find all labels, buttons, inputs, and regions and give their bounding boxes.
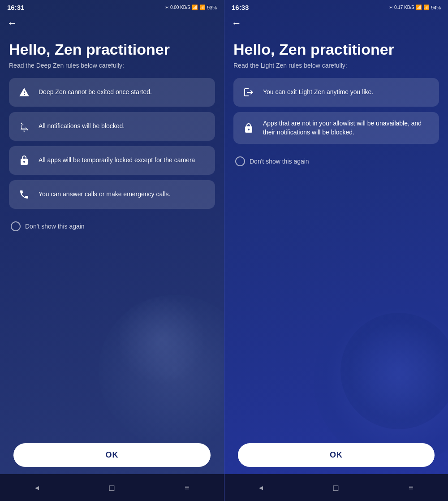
rule-text-1: Deep Zen cannot be exited once started. bbox=[39, 88, 152, 97]
recents-nav-icon-left[interactable]: ≡ bbox=[185, 483, 190, 492]
bell-off-icon bbox=[17, 119, 31, 134]
status-bar-right: 16:33 ∗ 0.17 KB/S 📶 📶 94% bbox=[224, 0, 448, 13]
back-nav-icon-right[interactable]: ◂ bbox=[259, 483, 263, 492]
subtitle-right: Read the Light Zen rules below carefully… bbox=[233, 62, 439, 69]
rule-text-2: All notifications will be blocked. bbox=[39, 122, 125, 131]
rule-card-3: All apps will be temporarily locked exce… bbox=[9, 146, 215, 175]
ok-button-area-right: OK bbox=[224, 443, 448, 474]
rule-card-4: You can answer calls or make emergency c… bbox=[9, 180, 215, 209]
rule-text-3: All apps will be temporarily locked exce… bbox=[39, 156, 195, 165]
data-speed-left: 0.00 KB/S bbox=[170, 5, 190, 10]
home-nav-icon-left[interactable]: ◻ bbox=[108, 483, 115, 492]
checkbox-left[interactable] bbox=[11, 221, 21, 231]
dont-show-label-right: Don't show this again bbox=[250, 158, 309, 165]
recents-nav-icon-right[interactable]: ≡ bbox=[409, 483, 414, 492]
rule-card-r2: Apps that are not in your allowlist will… bbox=[233, 112, 439, 144]
data-speed-right: 0.17 KB/S bbox=[394, 5, 414, 10]
light-zen-screen: 16:33 ∗ 0.17 KB/S 📶 📶 94% ← Hello, Zen p… bbox=[224, 0, 448, 501]
dont-show-row-left[interactable]: Don't show this again bbox=[9, 214, 215, 238]
lock-icon-right bbox=[241, 121, 256, 135]
rule-card-1: Deep Zen cannot be exited once started. bbox=[9, 78, 215, 107]
status-icons-left: ∗ 0.00 KB/S 📶 📶 93% bbox=[165, 4, 217, 10]
rule-card-2: All notifications will be blocked. bbox=[9, 112, 215, 141]
back-button-right[interactable]: ← bbox=[224, 13, 448, 32]
bottom-nav-right: ◂ ◻ ≡ bbox=[224, 474, 448, 501]
dont-show-row-right[interactable]: Don't show this again bbox=[233, 149, 439, 173]
exit-icon bbox=[241, 85, 256, 99]
main-content-right: Hello, Zen practitioner Read the Light Z… bbox=[224, 32, 448, 242]
warning-icon bbox=[17, 85, 31, 99]
signal-icon-left: 📶 bbox=[199, 4, 206, 10]
status-time-right: 16:33 bbox=[232, 4, 249, 11]
status-icons-right: ∗ 0.17 KB/S 📶 📶 94% bbox=[389, 4, 441, 10]
back-button-left[interactable]: ← bbox=[0, 13, 224, 32]
status-time-left: 16:31 bbox=[7, 4, 24, 11]
bottom-nav-left: ◂ ◻ ≡ bbox=[0, 474, 224, 501]
checkbox-right[interactable] bbox=[235, 156, 245, 166]
ok-button-right[interactable]: OK bbox=[238, 443, 435, 467]
main-content-left: Hello, Zen practitioner Read the Deep Ze… bbox=[0, 32, 224, 242]
wifi-icon-right: 📶 bbox=[416, 4, 422, 10]
status-bar-left: 16:31 ∗ 0.00 KB/S 📶 📶 93% bbox=[0, 0, 224, 13]
greeting-left: Hello, Zen practitioner bbox=[9, 41, 215, 58]
bluetooth-icon-right: ∗ bbox=[389, 4, 393, 10]
rule-card-r1: You can exit Light Zen anytime you like. bbox=[233, 78, 439, 107]
phone-icon bbox=[17, 187, 31, 202]
battery-right: 94% bbox=[431, 5, 441, 10]
rule-text-r2: Apps that are not in your allowlist will… bbox=[263, 119, 431, 137]
rule-text-4: You can answer calls or make emergency c… bbox=[39, 190, 170, 199]
ok-button-area-left: OK bbox=[0, 443, 224, 474]
battery-left: 93% bbox=[207, 5, 217, 10]
signal-icon-right: 📶 bbox=[423, 4, 430, 10]
wifi-icon-left: 📶 bbox=[192, 4, 198, 10]
deep-zen-screen: 16:31 ∗ 0.00 KB/S 📶 📶 93% ← Hello, Zen p… bbox=[0, 0, 224, 501]
home-nav-icon-right[interactable]: ◻ bbox=[332, 483, 339, 492]
bluetooth-icon: ∗ bbox=[165, 4, 169, 10]
dont-show-label-left: Don't show this again bbox=[25, 223, 85, 230]
lock-icon-left bbox=[17, 153, 31, 168]
greeting-right: Hello, Zen practitioner bbox=[233, 41, 439, 58]
rule-text-r1: You can exit Light Zen anytime you like. bbox=[263, 88, 373, 97]
ok-button-left[interactable]: OK bbox=[13, 443, 211, 467]
subtitle-left: Read the Deep Zen rules below carefully: bbox=[9, 62, 215, 69]
back-nav-icon-left[interactable]: ◂ bbox=[35, 483, 39, 492]
